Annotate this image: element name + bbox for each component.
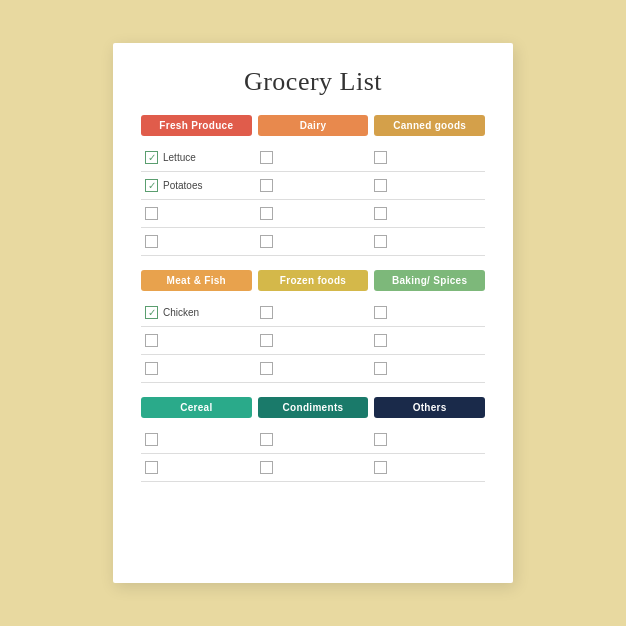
- list-item[interactable]: ✓Potatoes: [141, 172, 256, 200]
- list-item[interactable]: [370, 228, 485, 256]
- page-title: Grocery List: [141, 67, 485, 97]
- list-item[interactable]: [256, 200, 371, 228]
- checkbox[interactable]: [374, 235, 387, 248]
- items-grid-2: ✓Chicken: [141, 299, 485, 383]
- checkbox[interactable]: [374, 179, 387, 192]
- item-col-2-1: ✓Chicken: [141, 299, 256, 383]
- list-item[interactable]: [256, 454, 371, 482]
- items-grid-1: ✓Lettuce✓Potatoes: [141, 144, 485, 256]
- checkbox[interactable]: [374, 433, 387, 446]
- list-item[interactable]: [370, 426, 485, 454]
- grocery-list-paper: Grocery List Fresh ProduceDairyCanned go…: [113, 43, 513, 583]
- list-item[interactable]: [141, 454, 256, 482]
- checkbox[interactable]: [374, 334, 387, 347]
- list-item[interactable]: [370, 327, 485, 355]
- category-badge-3-2: Condiments: [258, 397, 369, 418]
- list-item[interactable]: ✓Chicken: [141, 299, 256, 327]
- list-item[interactable]: [141, 228, 256, 256]
- checkbox[interactable]: [374, 461, 387, 474]
- checkbox[interactable]: [260, 334, 273, 347]
- category-badge-2-2: Frozen foods: [258, 270, 369, 291]
- list-item[interactable]: [141, 426, 256, 454]
- checkbox[interactable]: [260, 461, 273, 474]
- list-item[interactable]: [256, 299, 371, 327]
- item-col-3-1: [141, 426, 256, 482]
- category-row-3: CerealCondimentsOthers: [141, 397, 485, 418]
- item-col-1-2: [256, 144, 371, 256]
- checkbox[interactable]: [260, 433, 273, 446]
- checkbox[interactable]: [260, 362, 273, 375]
- category-row-2: Meat & FishFrozen foodsBaking/ Spices: [141, 270, 485, 291]
- category-badge-2-3: Baking/ Spices: [374, 270, 485, 291]
- category-badge-3-3: Others: [374, 397, 485, 418]
- category-badge-3-1: Cereal: [141, 397, 252, 418]
- list-item[interactable]: [256, 172, 371, 200]
- list-item[interactable]: [256, 426, 371, 454]
- list-item[interactable]: [370, 454, 485, 482]
- list-item[interactable]: [256, 144, 371, 172]
- checkbox[interactable]: [260, 306, 273, 319]
- item-label: Chicken: [163, 307, 199, 318]
- list-item[interactable]: [141, 200, 256, 228]
- section-1: Fresh ProduceDairyCanned goods✓Lettuce✓P…: [141, 115, 485, 256]
- checkbox[interactable]: [145, 433, 158, 446]
- checkmark-icon: ✓: [148, 181, 156, 191]
- checkbox[interactable]: [374, 207, 387, 220]
- section-2: Meat & FishFrozen foodsBaking/ Spices✓Ch…: [141, 270, 485, 383]
- checkbox[interactable]: [145, 207, 158, 220]
- list-item[interactable]: [256, 228, 371, 256]
- category-badge-1-1: Fresh Produce: [141, 115, 252, 136]
- item-col-2-3: [370, 299, 485, 383]
- checkbox[interactable]: [260, 207, 273, 220]
- checkmark-icon: ✓: [148, 308, 156, 318]
- checkbox[interactable]: [374, 306, 387, 319]
- item-col-2-2: [256, 299, 371, 383]
- checkbox[interactable]: ✓: [145, 179, 158, 192]
- list-item[interactable]: [141, 327, 256, 355]
- section-3: CerealCondimentsOthers: [141, 397, 485, 482]
- checkbox[interactable]: [145, 235, 158, 248]
- category-badge-2-1: Meat & Fish: [141, 270, 252, 291]
- checkbox[interactable]: [145, 362, 158, 375]
- list-item[interactable]: [370, 299, 485, 327]
- checkbox[interactable]: [145, 334, 158, 347]
- item-col-3-2: [256, 426, 371, 482]
- checkbox[interactable]: [260, 179, 273, 192]
- list-item[interactable]: [256, 355, 371, 383]
- checkbox[interactable]: ✓: [145, 306, 158, 319]
- list-item[interactable]: [370, 200, 485, 228]
- items-grid-3: [141, 426, 485, 482]
- checkbox[interactable]: ✓: [145, 151, 158, 164]
- list-item[interactable]: ✓Lettuce: [141, 144, 256, 172]
- list-item[interactable]: [256, 327, 371, 355]
- checkbox[interactable]: [374, 362, 387, 375]
- item-label: Potatoes: [163, 180, 202, 191]
- category-badge-1-2: Dairy: [258, 115, 369, 136]
- checkbox[interactable]: [374, 151, 387, 164]
- list-item[interactable]: [370, 144, 485, 172]
- item-col-1-3: [370, 144, 485, 256]
- checkbox[interactable]: [260, 235, 273, 248]
- list-item[interactable]: [370, 355, 485, 383]
- checkmark-icon: ✓: [148, 153, 156, 163]
- category-badge-1-3: Canned goods: [374, 115, 485, 136]
- item-col-3-3: [370, 426, 485, 482]
- item-col-1-1: ✓Lettuce✓Potatoes: [141, 144, 256, 256]
- list-item[interactable]: [141, 355, 256, 383]
- checkbox[interactable]: [145, 461, 158, 474]
- list-item[interactable]: [370, 172, 485, 200]
- item-label: Lettuce: [163, 152, 196, 163]
- checkbox[interactable]: [260, 151, 273, 164]
- category-row-1: Fresh ProduceDairyCanned goods: [141, 115, 485, 136]
